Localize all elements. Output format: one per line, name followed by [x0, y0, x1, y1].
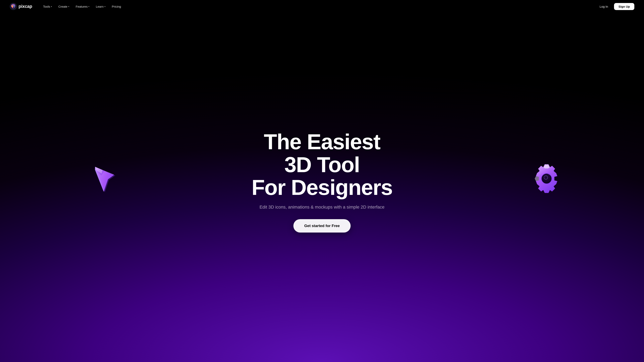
chevron-down-icon: ▾ [51, 5, 52, 8]
nav-item-pricing[interactable]: Pricing [109, 3, 124, 10]
chevron-down-icon: ▾ [88, 5, 89, 8]
nav-left: pixcap Tools ▾ Create ▾ Features ▾ Learn… [10, 3, 124, 10]
nav-item-create[interactable]: Create ▾ [56, 3, 72, 10]
logo-text: pixcap [18, 4, 32, 9]
login-button[interactable]: Log In [596, 3, 612, 10]
nav-item-learn[interactable]: Learn ▾ [93, 3, 108, 10]
cta-button[interactable]: Get started for Free [294, 219, 350, 233]
hero-content: The Easiest 3D Tool For Designers Edit 3… [244, 130, 400, 232]
nav-right: Log In Sign Up [596, 3, 634, 10]
nav-item-features[interactable]: Features ▾ [73, 3, 92, 10]
navbar: pixcap Tools ▾ Create ▾ Features ▾ Learn… [0, 0, 644, 13]
logo[interactable]: pixcap [10, 3, 32, 10]
chevron-down-icon: ▾ [68, 5, 69, 8]
logo-icon [10, 3, 17, 10]
nav-item-tools[interactable]: Tools ▾ [40, 3, 55, 10]
hero-title: The Easiest 3D Tool For Designers [248, 130, 396, 199]
svg-point-2 [14, 6, 14, 6]
cursor-3d-icon [90, 159, 126, 195]
signup-button[interactable]: Sign Up [614, 3, 634, 10]
hero-subtitle: Edit 3D icons, animations & mockups with… [248, 204, 396, 210]
hero-section: The Easiest 3D Tool For Designers Edit 3… [0, 0, 644, 362]
nav-links: Tools ▾ Create ▾ Features ▾ Learn ▾ Pric… [40, 3, 124, 10]
svg-point-1 [12, 5, 13, 7]
gear-3d-icon [526, 159, 567, 199]
chevron-down-icon: ▾ [104, 5, 106, 8]
